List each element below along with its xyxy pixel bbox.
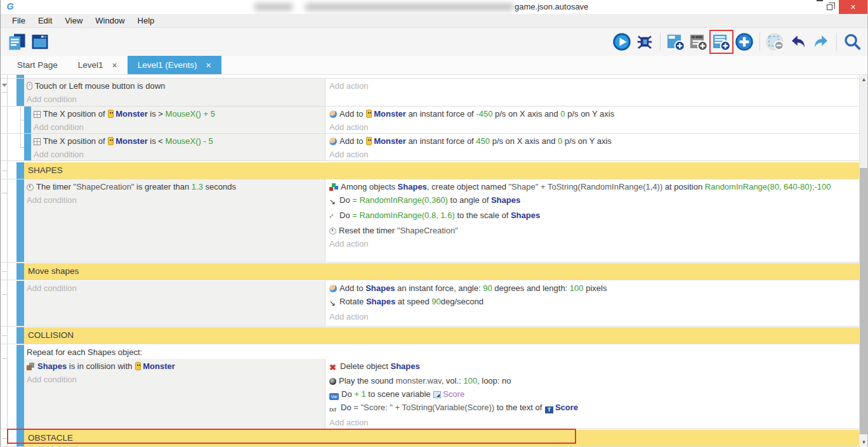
scrollbar-thumb[interactable]: [860, 168, 868, 434]
menu-help[interactable]: Help: [131, 14, 161, 28]
close-button[interactable]: ×: [839, 0, 867, 14]
add-comment-icon[interactable]: [711, 32, 732, 52]
toolbar-separator: [760, 33, 760, 51]
condition-add-link[interactable]: Add condition: [27, 282, 322, 295]
group-header-obstacle[interactable]: OBSTACLE: [24, 430, 860, 446]
restore-button[interactable]: [820, 0, 839, 14]
group-header-move-shapes[interactable]: Move shapes: [24, 263, 860, 280]
conditions-cell[interactable]: Shapes is in collision with MonsterAdd c…: [24, 359, 325, 429]
action-add-link[interactable]: Add action: [329, 120, 855, 134]
r-touch: Touch or Left mouse button is downAdd co…: [1, 79, 860, 107]
action-line[interactable]: Rotate Shapes at speed 90deg/second: [329, 295, 855, 310]
condition-add-link[interactable]: Add condition: [34, 148, 322, 161]
menu-file[interactable]: File: [6, 14, 32, 28]
action-line[interactable]: Among objects Shapes, create object name…: [329, 180, 855, 193]
menu-edit[interactable]: Edit: [32, 14, 58, 28]
action-add-link[interactable]: Add action: [329, 79, 855, 93]
action-line[interactable]: Do + 1 to scene variable Score: [329, 387, 855, 401]
text-segment: to the scale of: [455, 211, 511, 220]
r-repeat: Repeat for each Shapes object:Shapes is …: [1, 345, 860, 429]
tree-tick: [2, 92, 7, 93]
repeat-event-header[interactable]: Repeat for each Shapes object:: [24, 345, 860, 359]
conditions-cell[interactable]: The X position of Monster is > MouseX() …: [31, 107, 325, 133]
action-add-link[interactable]: Add action: [329, 148, 855, 161]
condition-line[interactable]: The X position of Monster is < MouseX() …: [34, 134, 322, 148]
actions-cell[interactable]: Add to Shapes an instant force, angle: 9…: [325, 281, 860, 326]
scroll-down-arrow-icon[interactable]: ▼: [860, 437, 868, 447]
action-add-link[interactable]: Add action: [329, 416, 855, 429]
conditions-cell[interactable]: Touch or Left mouse button is downAdd co…: [24, 79, 325, 106]
condition-line[interactable]: The X position of Monster is > MouseX() …: [34, 107, 322, 120]
action-line[interactable]: Reset the timer "ShapeCreation": [329, 224, 855, 237]
group-header-shapes[interactable]: SHAPES: [24, 162, 860, 179]
tab-start-page[interactable]: Start Page: [7, 56, 68, 74]
app-window: G game.json.autosave × FileEditViewWindo…: [0, 0, 868, 447]
actions-cell[interactable]: Delete object ShapesPlay the sound monst…: [325, 359, 860, 429]
collapse-arrow[interactable]: [2, 84, 7, 87]
condition-add-link[interactable]: Add condition: [34, 120, 322, 134]
condition-add-link[interactable]: Add condition: [27, 193, 322, 207]
redo-icon[interactable]: [811, 32, 831, 52]
text-segment: , loop: no: [477, 376, 511, 385]
action-line[interactable]: Play the sound monster.wav, vol.: 100, l…: [329, 374, 855, 387]
scroll-up-arrow-icon[interactable]: ▲: [860, 75, 868, 84]
project-manager-icon[interactable]: [7, 32, 27, 52]
tab-level1-events-[interactable]: Level1 (Events)×: [128, 56, 221, 74]
action-add-link[interactable]: Add action: [329, 310, 855, 323]
action-line[interactable]: Delete object Shapes: [329, 360, 855, 374]
text-segment: Monster: [374, 109, 406, 119]
minimize-button[interactable]: [801, 0, 820, 14]
text-segment: degrees and length:: [492, 283, 570, 293]
group-header-collision[interactable]: COLLISION: [24, 327, 860, 344]
text-segment: Do: [341, 389, 354, 399]
search-icon[interactable]: [842, 32, 862, 52]
action-line[interactable]: Add to Monster an instant force of -450 …: [329, 107, 855, 120]
conditions-cell[interactable]: The X position of Monster is < MouseX() …: [31, 134, 325, 160]
force-icon: [329, 285, 337, 292]
conditions-cell[interactable]: Add condition: [24, 281, 325, 326]
actions-cell[interactable]: Add to Monster an instant force of 450 p…: [325, 134, 860, 160]
tree-tick: [2, 171, 7, 171]
close-tab-icon[interactable]: ×: [206, 60, 211, 70]
condition-line[interactable]: The timer "ShapeCreation" is greater tha…: [27, 180, 322, 193]
action-line[interactable]: Add to Monster an instant force of 450 p…: [329, 134, 855, 148]
textobj-icon: [545, 406, 553, 413]
toolbar: [1, 28, 867, 56]
menu-view[interactable]: View: [58, 14, 89, 28]
close-tab-icon[interactable]: ×: [112, 60, 117, 70]
monster-icon: [108, 137, 114, 145]
actions-cell[interactable]: Add action: [325, 79, 860, 106]
conditions-cell[interactable]: The timer "ShapeCreation" is greater tha…: [24, 179, 325, 262]
action-line[interactable]: Do = RandomInRange(0.8, 1.6) to the scal…: [329, 209, 855, 224]
txt-icon: [329, 403, 338, 416]
condition-add-link[interactable]: Add condition: [27, 373, 322, 386]
add-event-icon[interactable]: [666, 32, 686, 52]
vertical-scrollbar[interactable]: ▲ ▼: [859, 75, 867, 447]
scale-icon: [326, 210, 340, 224]
scene-window-icon[interactable]: [30, 32, 50, 52]
text-segment: Shapes: [511, 211, 540, 220]
menu-window[interactable]: Window: [89, 14, 131, 28]
action-add-link[interactable]: Add action: [329, 237, 855, 250]
event-bar: [16, 430, 24, 446]
undo-icon[interactable]: [788, 32, 808, 52]
condition-line[interactable]: Touch or Left mouse button is down: [27, 79, 322, 93]
delete-event-icon[interactable]: [765, 32, 786, 52]
actions-cell[interactable]: Add to Monster an instant force of -450 …: [325, 107, 860, 133]
add-choose-icon[interactable]: [734, 32, 754, 52]
text-segment: 0: [560, 109, 565, 119]
action-line[interactable]: Do = "Score: " + ToString(Variable(Score…: [329, 401, 855, 416]
debug-icon[interactable]: [635, 32, 655, 52]
action-line[interactable]: Add to Shapes an instant force, angle: 9…: [329, 282, 855, 295]
actions-cell[interactable]: Among objects Shapes, create object name…: [325, 179, 860, 262]
g-move: Move shapes: [1, 263, 860, 280]
text-segment: 90: [483, 283, 492, 293]
action-line[interactable]: Do = RandomInRange(0,360) to angle of Sh…: [329, 193, 855, 209]
add-subevent-icon[interactable]: [688, 32, 709, 52]
tab-level1[interactable]: Level1×: [68, 56, 128, 74]
condition-add-link[interactable]: Add condition: [27, 93, 322, 106]
play-icon[interactable]: [612, 32, 632, 52]
condition-line[interactable]: Shapes is in collision with Monster: [27, 360, 322, 373]
text-segment: = RandomInRange(0,360): [352, 195, 448, 205]
text-segment: The X position of: [43, 136, 107, 146]
